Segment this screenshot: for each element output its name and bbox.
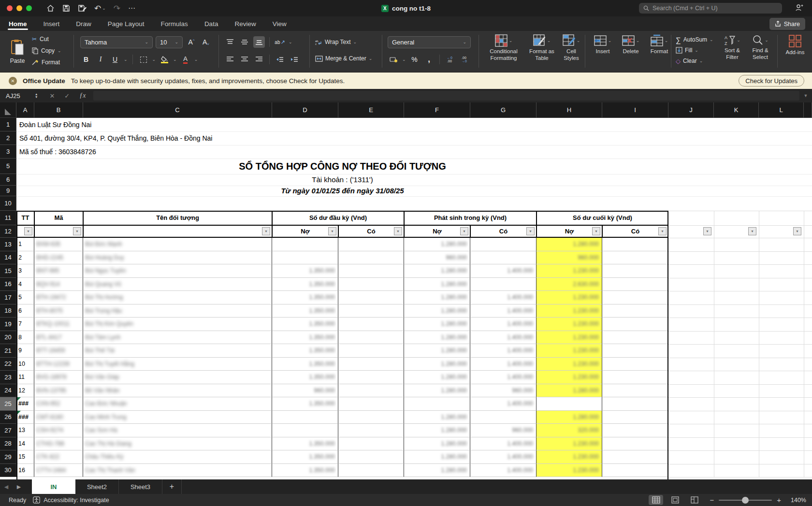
cell-B18[interactable]: BTH-8075 [34, 304, 83, 318]
cell-C24[interactable]: Bồ Văn Nhân [83, 384, 272, 398]
cell-C22[interactable]: Bùi Thị Tuyết Hằng [83, 358, 272, 371]
fill-button[interactable]: Fill⌄ [676, 45, 719, 56]
cell-I26[interactable] [602, 411, 668, 424]
cell-H28[interactable]: 1.230.000 [536, 437, 602, 451]
cell-G14[interactable] [470, 251, 536, 265]
column-header-B[interactable]: B [34, 102, 83, 118]
cell-F15[interactable]: 1.280.000 [404, 264, 470, 278]
cell-C16[interactable]: Bùi Quang Vũ [83, 278, 272, 291]
cell-A28[interactable]: 14 [16, 437, 34, 451]
cell-F26[interactable]: 1.280.000 [404, 411, 470, 424]
cell-I28[interactable] [602, 437, 668, 451]
table-header-dau-ky[interactable]: Số dư đầu kỳ (Vnd) [272, 211, 404, 225]
cell-F20[interactable]: 1.280.000 [404, 331, 470, 345]
cell-D15[interactable]: 1.350.000 [272, 264, 338, 278]
conditional-formatting-button[interactable]: ⌄ Conditional Formatting [483, 34, 524, 72]
cell-H27[interactable]: 320.000 [536, 424, 602, 437]
row-header-20[interactable]: 20 [0, 331, 16, 345]
cell-H22[interactable]: 1.230.000 [536, 358, 602, 371]
table-header-cuoi-ky[interactable]: Số dư cuối kỳ (Vnd) [536, 211, 668, 225]
formula-input[interactable] [93, 91, 799, 101]
clear-button[interactable]: ◇Clear⌄ [676, 56, 719, 66]
row-header-3[interactable]: 3 [0, 145, 16, 159]
cell-E17[interactable] [338, 291, 404, 304]
wrap-text-button[interactable]: abc Wrap Text⌄ [315, 37, 380, 47]
cell-D28[interactable]: 1.350.000 [272, 437, 338, 451]
row-header-21[interactable]: 21 [0, 344, 16, 358]
cell-F13[interactable]: 1.280.000 [404, 238, 470, 251]
cell-H29[interactable]: 1.230.000 [536, 450, 602, 464]
filter-dropdown-icon[interactable]: ▼ [394, 227, 402, 235]
cell-D20[interactable]: 1.350.000 [272, 331, 338, 345]
cell-E22[interactable] [338, 358, 404, 371]
cell-H18[interactable]: 1.230.000 [536, 304, 602, 318]
cell-H25[interactable] [536, 397, 602, 411]
percent-style-button[interactable]: % [409, 54, 420, 65]
column-header-L[interactable]: L [759, 102, 804, 118]
sheet-tab-in[interactable]: IN [32, 479, 75, 494]
font-color-button[interactable]: A [180, 54, 191, 65]
cell-G23[interactable]: 1.400.000 [470, 371, 536, 384]
decrease-decimal-button[interactable]: .00→0 [459, 54, 470, 65]
cell-C30[interactable]: Cao Thị Thanh Vân [83, 464, 272, 477]
cell-A16[interactable]: 4 [16, 278, 34, 291]
cell-H15[interactable]: 1.230.000 [536, 264, 602, 278]
cell-H26[interactable]: 1.280.000 [536, 411, 602, 424]
cell-C14[interactable]: Bùi Hoàng Duy [83, 251, 272, 265]
cell-D19[interactable]: 1.350.000 [272, 318, 338, 331]
cell-B22[interactable]: BTTH-12239 [34, 358, 83, 371]
delete-cells-button[interactable]: ⌄ Delete [619, 34, 643, 72]
cell-B19[interactable]: BTKQ-10011 [34, 318, 83, 331]
row-header-15[interactable]: 15 [0, 264, 16, 278]
cell-B15[interactable]: BNT-985 [34, 264, 83, 278]
cell-I18[interactable] [602, 304, 668, 318]
column-header-A[interactable]: A [16, 102, 34, 118]
cell-G21[interactable]: 1.400.000 [470, 344, 536, 358]
increase-indent-button[interactable] [289, 54, 300, 65]
decrease-font-size-button[interactable]: A˅ [200, 36, 212, 48]
cell-F29[interactable]: 1.280.000 [404, 450, 470, 464]
decrease-indent-button[interactable] [274, 54, 286, 65]
search-input[interactable]: Search (Cmd + Ctrl + U) [639, 3, 782, 14]
column-header-E[interactable]: E [338, 102, 404, 118]
column-header-C[interactable]: C [83, 102, 272, 118]
name-box-stepper[interactable]: ▲▼ [35, 93, 38, 99]
cell-G13[interactable] [470, 238, 536, 251]
cell-A26[interactable]: ### [16, 411, 34, 424]
filter-dropdown-icon[interactable]: ▼ [328, 227, 336, 235]
cell-E18[interactable] [338, 304, 404, 318]
row-header-24[interactable]: 24 [0, 384, 16, 398]
cell-E30[interactable] [338, 464, 404, 477]
cell-I30[interactable] [602, 464, 668, 477]
insert-function-icon[interactable]: ƒx [79, 92, 86, 100]
cell-F30[interactable]: 1.280.000 [404, 464, 470, 477]
table-header-ten[interactable]: Tên đối tượng [83, 211, 272, 225]
font-size-select[interactable]: 10⌄ [156, 36, 183, 48]
row-header-13[interactable]: 13 [0, 238, 16, 251]
table-subheader-2[interactable] [83, 225, 272, 238]
cell-A19[interactable]: 7 [16, 318, 34, 331]
align-top-button[interactable] [224, 36, 236, 48]
table-header-tt[interactable]: TT [16, 211, 34, 225]
row-header-28[interactable]: 28 [0, 437, 16, 451]
share-button[interactable]: Share [769, 18, 805, 30]
cell-E14[interactable] [338, 251, 404, 265]
cell-I23[interactable] [602, 371, 668, 384]
cell-I22[interactable] [602, 358, 668, 371]
expand-formula-bar-icon[interactable]: ▼ [799, 93, 812, 98]
cell-C25[interactable]: Cao Đức Nhuận [83, 397, 272, 411]
cancel-entry-icon[interactable]: ✕ [49, 92, 55, 100]
row-header-12[interactable]: 12 [0, 225, 16, 238]
cell-G20[interactable]: 1.400.000 [470, 331, 536, 345]
select-all-corner[interactable] [0, 102, 16, 118]
cell-C26[interactable]: Cao Minh Trung [83, 411, 272, 424]
filter-dropdown-icon[interactable]: ▼ [793, 227, 801, 235]
cell-E13[interactable] [338, 238, 404, 251]
cell-A20[interactable]: 8 [16, 331, 34, 345]
previous-sheet-icon[interactable]: ◀ [0, 479, 13, 494]
row-header-19[interactable]: 19 [0, 318, 16, 331]
borders-button[interactable] [138, 54, 149, 65]
cell-C13[interactable]: Bùi Đức Mạnh [83, 238, 272, 251]
row-header-26[interactable]: 26 [0, 411, 16, 424]
cell-G19[interactable]: 1.400.000 [470, 318, 536, 331]
